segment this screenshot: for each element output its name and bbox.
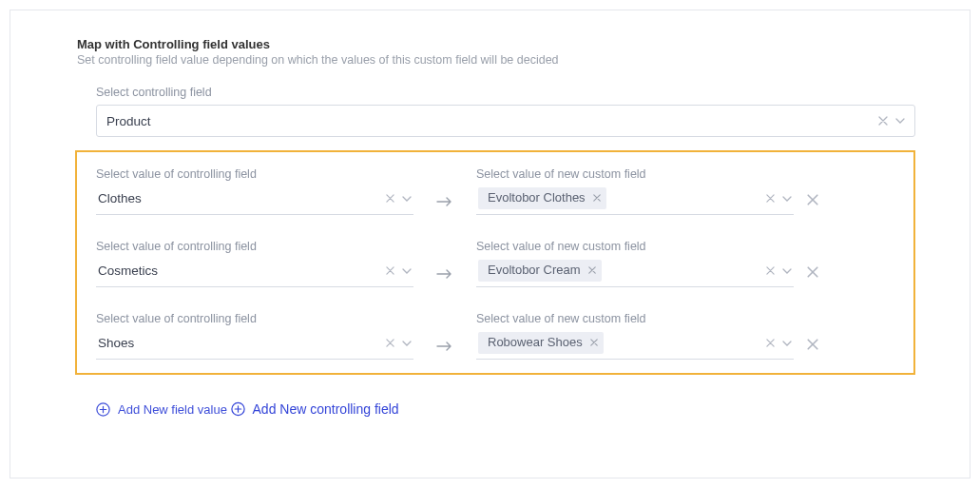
- chip-remove-icon[interactable]: [588, 266, 596, 274]
- clear-icon[interactable]: [386, 194, 394, 203]
- remove-row-icon[interactable]: [807, 240, 818, 285]
- arrow-right-icon: [413, 240, 476, 285]
- clear-icon[interactable]: [766, 339, 775, 347]
- chip-label: Evoltobor Clothes: [488, 190, 586, 206]
- arrow-right-icon: [413, 312, 476, 358]
- custom-value-select[interactable]: Evoltobor Clothes: [476, 186, 794, 215]
- clear-icon[interactable]: [386, 339, 394, 347]
- chip-label: Evoltobor Cream: [488, 263, 581, 279]
- custom-value-label: Select value of new custom field: [476, 167, 794, 181]
- controlling-field-select[interactable]: Product: [96, 105, 915, 137]
- plus-circle-icon: [96, 402, 110, 417]
- custom-value-label: Select value of new custom field: [476, 312, 794, 325]
- controlling-value: Shoes: [98, 336, 386, 350]
- section-subtitle: Set controlling field value depending on…: [77, 53, 913, 67]
- add-field-value-button[interactable]: Add New field value: [96, 402, 227, 417]
- chevron-down-icon[interactable]: [402, 268, 412, 274]
- mapping-row: Select value of controlling fieldCosmeti…: [96, 240, 913, 287]
- value-chip: Robowear Shoes: [478, 332, 604, 354]
- add-controlling-field-button[interactable]: Add New controlling field: [231, 401, 399, 417]
- mapping-row: Select value of controlling fieldClothes…: [96, 167, 913, 215]
- clear-icon[interactable]: [766, 194, 775, 203]
- chip-remove-icon[interactable]: [590, 339, 598, 346]
- controlling-value-select[interactable]: Clothes: [96, 186, 413, 215]
- chevron-down-icon[interactable]: [782, 341, 792, 346]
- section-title: Map with Controlling field values: [77, 37, 913, 51]
- custom-value-select[interactable]: Evoltobor Cream: [476, 259, 794, 287]
- clear-icon[interactable]: [766, 266, 775, 275]
- plus-circle-icon: [231, 402, 245, 417]
- custom-value-label: Select value of new custom field: [476, 240, 794, 253]
- chevron-down-icon[interactable]: [895, 118, 905, 124]
- mapping-row: Select value of controlling fieldShoesSe…: [96, 312, 913, 360]
- controlling-value-select[interactable]: Shoes: [96, 331, 413, 360]
- chevron-down-icon[interactable]: [402, 196, 412, 202]
- clear-icon[interactable]: [386, 266, 394, 275]
- chevron-down-icon[interactable]: [402, 341, 412, 346]
- controlling-value-label: Select value of controlling field: [96, 312, 413, 325]
- chevron-down-icon[interactable]: [782, 268, 792, 274]
- mapping-rows-container: Select value of controlling fieldClothes…: [75, 150, 915, 375]
- value-chip: Evoltobor Clothes: [478, 187, 606, 209]
- chip-remove-icon[interactable]: [593, 194, 601, 202]
- controlling-value-label: Select value of controlling field: [96, 240, 413, 253]
- controlling-value-select[interactable]: Cosmetics: [96, 259, 413, 287]
- remove-row-icon[interactable]: [807, 312, 818, 358]
- controlling-field-value: Product: [106, 114, 878, 128]
- controlling-value: Clothes: [98, 191, 386, 205]
- chevron-down-icon[interactable]: [782, 196, 792, 202]
- clear-icon[interactable]: [878, 116, 888, 126]
- add-field-value-label: Add New field value: [118, 402, 227, 417]
- controlling-value: Cosmetics: [98, 264, 386, 278]
- value-chip: Evoltobor Cream: [478, 260, 602, 282]
- add-controlling-field-label: Add New controlling field: [253, 401, 399, 417]
- custom-value-select[interactable]: Robowear Shoes: [476, 331, 794, 360]
- remove-row-icon[interactable]: [807, 167, 818, 213]
- chip-label: Robowear Shoes: [488, 335, 583, 351]
- controlling-field-label: Select controlling field: [96, 86, 915, 99]
- arrow-right-icon: [413, 167, 476, 213]
- controlling-value-label: Select value of controlling field: [96, 167, 413, 181]
